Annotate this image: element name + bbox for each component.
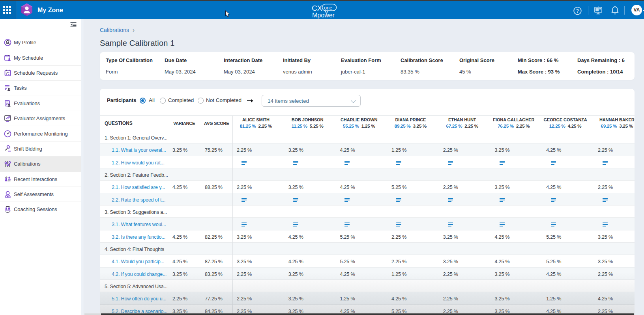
svg-text:?: ?	[576, 8, 579, 14]
svg-text:one: one	[324, 5, 332, 11]
svg-text:CX: CX	[312, 4, 322, 12]
svg-text:Mpower: Mpower	[312, 12, 335, 19]
